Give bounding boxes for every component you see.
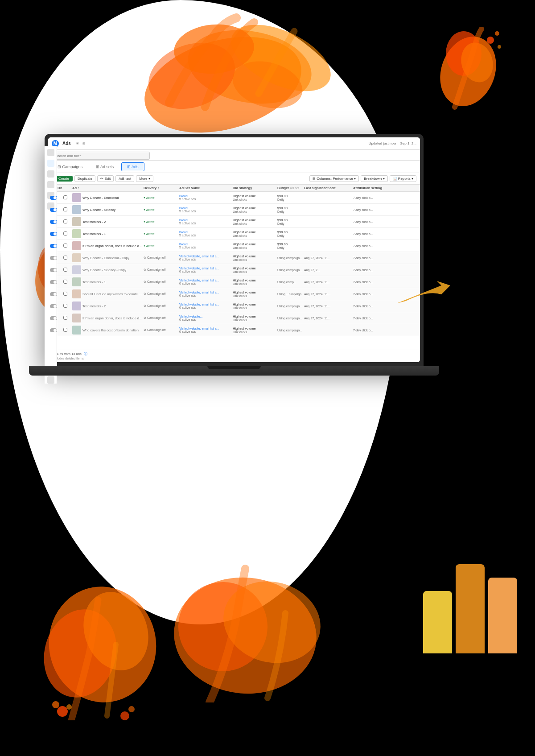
results-info-icon: ⓘ [84,352,87,356]
row-toggle[interactable] [50,304,63,308]
sidebar-icon-campaigns[interactable] [48,161,54,167]
row-checkbox[interactable] [63,280,72,285]
row-checkbox[interactable] [63,256,72,260]
row-toggle[interactable] [50,280,63,284]
row-checkbox[interactable] [63,195,72,200]
row-adset: Visited website, email list a...0 active… [179,303,233,309]
updated-text: Updated just now [369,141,396,145]
row-checkbox[interactable] [63,231,72,236]
row-attribution: 7-day click o... [353,220,393,223]
row-attribution: 7-day click o... [353,244,393,248]
more-button[interactable]: More ▾ [136,175,153,182]
sidebar-icon-chart[interactable] [48,170,54,178]
col-ad: Ad ↑ [72,186,144,190]
row-attribution: 7-day click o... [353,269,393,272]
col-attribution: Attribution setting [353,186,393,190]
row-checkbox[interactable] [63,292,72,297]
ad-thumbnail [72,205,81,214]
row-attribution: 7-day click o... [353,317,393,320]
arrow-decoration [392,277,446,303]
row-budget: Using camp... [277,281,304,284]
row-edit: Aug 27, 2024, 11... [304,281,353,284]
tab-adsets-label: ⊞ Ad sets [96,165,114,169]
row-toggle[interactable] [50,316,63,320]
row-edit: Aug 27, 2... [304,269,353,272]
row-ad-name: Testimonials - 2 [72,217,144,226]
row-budget: Using campaign... [277,256,304,260]
topbar-updated: Updated just now Sep 1, 2... [369,141,416,145]
toolbar-right: ⊞ Columns: Performance ▾ Breakdown ▾ 📊 R… [309,175,416,182]
row-toggle[interactable] [50,292,63,296]
tab-ads[interactable]: ⊞ Ads [121,162,144,171]
row-delivery: Active [144,196,179,199]
laptop-screen: M Ads ✉ ⊞ Updated just now Sep 1, 2... [48,137,420,362]
row-delivery: ⊘ Campaign off [144,328,179,332]
table-row: Why Donate - Sciency - Copy ⊘ Campaign o… [48,264,420,276]
svg-point-7 [446,31,482,76]
ads-toolbar: + Create Duplicate ✏ Edit A/B test More … [48,173,420,185]
table-row: If I'm an organ donor, does it include d… [48,312,420,324]
tab-campaigns[interactable]: ⊞ Campaigns [52,162,88,171]
row-toggle[interactable] [50,196,63,200]
edit-button[interactable]: ✏ Edit [97,175,114,182]
row-adset: Visited website, email list a...0 active… [179,327,233,333]
sidebar-icon-audience[interactable] [48,181,54,188]
bar-1 [423,591,452,653]
row-attribution: 7-day click o... [353,293,393,296]
row-bid: Highest volumeLink clicks [233,302,277,310]
ad-thumbnail [72,277,81,286]
col-edit: Last significant edit [304,186,353,190]
reports-button[interactable]: 📊 Reports ▾ [390,175,416,182]
row-checkbox[interactable] [63,316,72,321]
row-bid: Highest volumeLink clicks [233,230,277,237]
search-input[interactable] [52,152,150,160]
row-toggle[interactable] [50,268,63,272]
svg-point-9 [487,37,494,44]
svg-point-20 [120,711,129,720]
laptop-base [29,366,439,376]
columns-button[interactable]: ⊞ Columns: Performance ▾ [309,175,359,182]
row-toggle[interactable] [50,220,63,224]
row-checkbox[interactable] [63,219,72,224]
row-ad-name: Why Donate - Emotional - Copy [72,253,144,262]
row-attribution: 7-day click o... [353,196,393,199]
svg-point-10 [495,31,499,36]
row-checkbox[interactable] [63,244,72,248]
row-budget: $50.00Daily [277,206,304,213]
row-adset: Visited website...0 active ads [179,315,233,321]
row-ad-name: Should I include my wishes to donate my … [72,289,144,298]
topbar-icon-2: ⊞ [82,142,85,145]
svg-point-15 [36,601,126,706]
svg-point-18 [52,701,59,708]
row-toggle[interactable] [50,208,63,212]
row-delivery: Active [144,244,179,248]
table-row: Should I include my wishes to donate my … [48,288,420,300]
row-toggle[interactable] [50,244,63,248]
row-checkbox[interactable] [63,207,72,212]
duplicate-button[interactable]: Duplicate [74,175,95,182]
row-delivery: Active [144,232,179,235]
row-checkbox[interactable] [63,304,72,309]
row-checkbox[interactable] [63,268,72,273]
ad-thumbnail [72,326,81,335]
table-header: Off / On Ad ↑ Delivery ↑ Ad Set Name Bid… [48,185,420,192]
row-checkbox[interactable] [63,328,72,333]
row-budget: $50.00Daily [277,230,304,237]
col-adset: Ad Set Name [179,186,233,190]
tab-adsets[interactable]: ⊞ Ad sets [90,162,119,171]
row-bid: Highest volumeLink clicks [233,206,277,213]
col-budget: Budget Ad set [277,186,304,190]
ad-thumbnail [72,289,81,298]
row-toggle[interactable] [50,328,63,332]
ab-test-button[interactable]: A/B test [115,175,134,182]
ad-thumbnail [72,265,81,274]
row-delivery: ⊘ Campaign off [144,316,179,320]
row-bid: Highest volumeLink clicks [233,254,277,261]
breakdown-button[interactable]: Breakdown ▾ [361,175,387,182]
row-toggle[interactable] [50,256,63,260]
row-adset: Broad5 active ads [179,219,233,225]
ads-main: ⊞ Campaigns ⊞ Ad sets ⊞ Ads + Create [48,161,420,362]
row-toggle[interactable] [50,232,63,236]
row-bid: Highest volumeLink clicks [233,278,277,285]
date-text: Sep 1, 2... [400,141,416,145]
